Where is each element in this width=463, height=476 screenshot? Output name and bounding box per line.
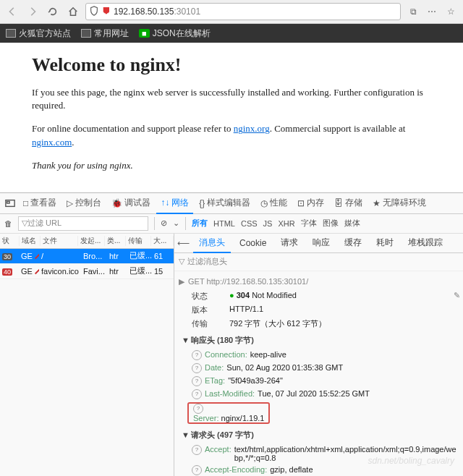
- help-icon[interactable]: ?: [192, 445, 202, 455]
- folder-icon: [81, 29, 91, 38]
- link-nginx-com[interactable]: nginx.com: [32, 137, 72, 148]
- close-details-icon[interactable]: ⟵: [177, 238, 190, 248]
- bookmark-item[interactable]: ■JSON在线解析: [139, 27, 211, 40]
- filter-headers-row: ▽ 过滤消息头: [174, 253, 463, 271]
- tab-inspector[interactable]: □ 查看器: [19, 193, 61, 213]
- trash-icon[interactable]: 🗑: [4, 219, 12, 228]
- help-icon[interactable]: ?: [193, 404, 203, 414]
- shield-icon: [89, 6, 99, 18]
- bookmarks-bar: 火狐官方站点 常用网址 ■JSON在线解析: [0, 24, 463, 43]
- chip-media[interactable]: 媒体: [344, 218, 360, 229]
- home-button[interactable]: [65, 4, 81, 20]
- devtools: □ 查看器 ▷ 控制台 🐞 调试器 ↑↓ 网络 {} 样式编辑器 ◷ 性能 ⊡ …: [0, 192, 463, 476]
- browser-toolbar: ⛊ 192.168.50.135:30101 ⧉ ⋯ ☆: [0, 0, 463, 24]
- overflow-icon[interactable]: ⋯: [424, 4, 440, 20]
- details-tabs: ⟵ 消息头 Cookie 请求 响应 缓存 耗时 堆栈跟踪: [174, 234, 463, 253]
- header-line: ?Last-Modified: Tue, 07 Jul 2020 15:52:2…: [177, 388, 460, 401]
- insecure-icon: [35, 252, 39, 259]
- menu-devices-icon[interactable]: ⧉: [405, 4, 421, 20]
- insecure-icon: ⛊: [102, 7, 111, 17]
- tab-debugger[interactable]: 🐞 调试器: [107, 193, 155, 213]
- url-text: 192.168.50.135:30101: [114, 7, 200, 17]
- chip-js[interactable]: JS: [263, 219, 273, 228]
- headers-content: ▶ GET http://192.168.50.135:30101/ 状态● 3…: [174, 271, 463, 476]
- json-icon: ■: [139, 29, 150, 38]
- subtab-stack[interactable]: 堆栈跟踪: [402, 234, 449, 252]
- tab-storage[interactable]: 🗄 存储: [330, 193, 367, 213]
- request-row[interactable]: 30GE 1../Bro...htr已缓...61: [0, 249, 174, 264]
- tab-network[interactable]: ↑↓ 网络: [156, 192, 193, 214]
- insecure-icon: [35, 267, 39, 274]
- tab-memory[interactable]: ⊡ 内存: [293, 193, 328, 213]
- options-icon[interactable]: ⌄: [173, 218, 179, 228]
- chip-xhr[interactable]: XHR: [278, 219, 294, 228]
- request-list-header: 状域名文件发起...类...传输大...: [0, 234, 174, 249]
- help-icon[interactable]: ?: [192, 465, 202, 475]
- page-title: Welcome to nginx!: [32, 54, 431, 76]
- forward-button[interactable]: [25, 4, 41, 20]
- request-list: 状域名文件发起...类...传输大... 30GE 1../Bro...htr已…: [0, 234, 174, 476]
- subtab-request[interactable]: 请求: [275, 234, 304, 252]
- reload-button[interactable]: [45, 4, 61, 20]
- tab-accessibility[interactable]: ★ 无障碍环境: [368, 193, 430, 213]
- response-headers-section[interactable]: ▼ 响应头 (180 字节): [177, 331, 460, 349]
- tab-style[interactable]: {} 样式编辑器: [195, 193, 255, 213]
- request-summary: ▶ GET http://192.168.50.135:30101/: [177, 274, 460, 289]
- help-icon[interactable]: ?: [192, 389, 202, 399]
- folder-icon: [6, 29, 16, 38]
- bookmark-item[interactable]: 常用网址: [81, 27, 129, 40]
- request-headers-section[interactable]: ▼ 请求头 (497 字节): [177, 425, 460, 443]
- network-toolbar: 🗑 ▽ 过滤 URL ⊘ ⌄ 所有 HTML CSS JS XHR 字体 图像 …: [0, 214, 463, 234]
- page-paragraph: If you see this page, the nginx web serv…: [32, 86, 431, 112]
- bookmark-star-icon[interactable]: ☆: [443, 4, 459, 20]
- help-icon[interactable]: ?: [192, 376, 202, 386]
- chip-css[interactable]: CSS: [241, 219, 258, 228]
- subtab-headers[interactable]: 消息头: [193, 234, 231, 254]
- request-row[interactable]: 40GE 1..favicon.icoFavi...htr已缓...15: [0, 264, 174, 279]
- header-line: ?ETag: "5f049a39-264": [177, 375, 460, 388]
- block-icon[interactable]: ⊘: [161, 218, 167, 228]
- subtab-cookie[interactable]: Cookie: [234, 234, 272, 252]
- chip-html[interactable]: HTML: [213, 219, 235, 228]
- filter-url-input[interactable]: ▽ 过滤 URL: [18, 216, 148, 231]
- tab-console[interactable]: ▷ 控制台: [62, 193, 106, 213]
- dock-icon[interactable]: [3, 198, 17, 208]
- header-line: ?Date: Sun, 02 Aug 2020 01:35:38 GMT: [177, 362, 460, 375]
- header-line: ?Connection: keep-alive: [177, 349, 460, 362]
- subtab-cache[interactable]: 缓存: [339, 234, 368, 252]
- link-nginx-org[interactable]: nginx.org: [234, 123, 270, 134]
- tab-performance[interactable]: ◷ 性能: [256, 193, 292, 213]
- help-icon[interactable]: ?: [192, 350, 202, 360]
- subtab-timing[interactable]: 耗时: [370, 234, 399, 252]
- bookmark-item[interactable]: 火狐官方站点: [6, 27, 71, 40]
- chip-all[interactable]: 所有: [192, 218, 208, 229]
- watermark: sdn.net/boling_cavalry: [368, 456, 454, 466]
- header-line: ?Server: nginx/1.19.1: [177, 401, 460, 425]
- details-panel: ⟵ 消息头 Cookie 请求 响应 缓存 耗时 堆栈跟踪 ▽ 过滤消息头 ▶ …: [174, 234, 463, 476]
- svg-rect-1: [7, 201, 10, 203]
- url-bar[interactable]: ⛊ 192.168.50.135:30101: [85, 3, 401, 20]
- page-paragraph: For online documentation and support ple…: [32, 122, 431, 148]
- page-content: Welcome to nginx! If you see this page, …: [0, 43, 463, 192]
- devtools-tabs: □ 查看器 ▷ 控制台 🐞 调试器 ↑↓ 网络 {} 样式编辑器 ◷ 性能 ⊡ …: [0, 193, 463, 214]
- chip-img[interactable]: 图像: [323, 218, 339, 229]
- subtab-response[interactable]: 响应: [307, 234, 336, 252]
- chip-font[interactable]: 字体: [301, 218, 317, 229]
- page-thanks: Thank you for using nginx.: [32, 159, 431, 172]
- back-button[interactable]: [4, 4, 20, 20]
- help-icon[interactable]: ?: [192, 363, 202, 373]
